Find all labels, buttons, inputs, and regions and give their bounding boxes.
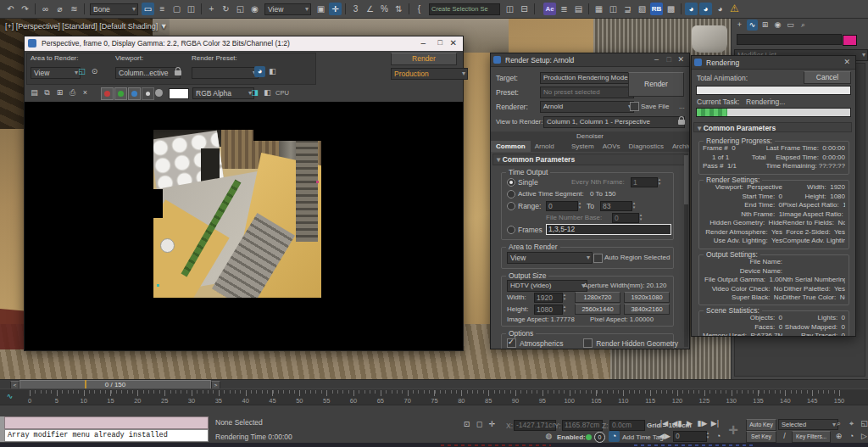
maxscript-macro-row[interactable] <box>4 416 209 429</box>
preset-2560x1440-button[interactable]: 2560x1440 <box>575 304 620 315</box>
orbit-icon[interactable]: ◔ <box>846 431 857 442</box>
key-filters-button[interactable]: Key Filters... <box>792 431 831 443</box>
rendering-titlebar[interactable]: Rendering ✕ <box>692 56 855 70</box>
preset-1280x720-button[interactable]: 1280x720 <box>575 292 620 303</box>
zoom-all-icon[interactable]: ⌖ <box>846 418 857 429</box>
green-channel-button[interactable] <box>114 87 127 100</box>
hierarchy-tab-icon[interactable]: ⊞ <box>760 20 771 31</box>
object-color-swatch[interactable] <box>843 35 857 46</box>
view-lock-icon[interactable] <box>678 120 685 125</box>
print-image-icon[interactable]: ⎙ <box>67 87 78 98</box>
view-to-render-dropdown[interactable]: Column 1, Column 1 - Perspective <box>543 116 685 128</box>
spinner-snap-icon[interactable]: ⇅ <box>392 3 405 15</box>
frames-field[interactable]: 1,3,5-12 <box>546 224 671 235</box>
select-and-link-icon[interactable]: ∞ <box>39 3 52 15</box>
rendering-rollout[interactable]: ▾ Common Parameters <box>693 122 852 132</box>
render-setup-minimize-button[interactable]: – <box>654 55 659 64</box>
range-from-field[interactable]: 0 <box>546 201 578 211</box>
range-to-spinner[interactable]: ▴▾ <box>631 201 637 209</box>
edit-region-icon[interactable]: ◱ <box>76 66 87 77</box>
file-number-base-field[interactable]: 0 <box>612 213 639 223</box>
auto-region-icon[interactable]: ⊙ <box>89 66 100 77</box>
tab-arnold-renderer[interactable]: Arnold Renderer <box>531 141 567 152</box>
clear-icon[interactable]: × <box>80 87 91 98</box>
mirror-icon[interactable]: ◫ <box>504 3 516 15</box>
key-mode-toggle-icon[interactable]: ◀▶ <box>659 431 670 442</box>
output-size-preset-dropdown[interactable]: HDTV (video) <box>507 280 587 292</box>
frame-spinner[interactable]: ▴▾ <box>704 431 711 439</box>
every-nth-spinner[interactable]: ▴▾ <box>656 177 663 185</box>
rb-render-icon[interactable]: RB <box>650 3 663 15</box>
tab-archive[interactable]: Archive <box>668 141 690 152</box>
y-coordinate-field[interactable]: 1165.87cm <box>562 420 603 431</box>
rfw-maximize-button[interactable]: □ <box>438 38 442 47</box>
tab-system[interactable]: System <box>567 141 598 152</box>
range-to-field[interactable]: 83 <box>600 201 632 211</box>
render-setup-close-button[interactable]: ✕ <box>677 55 684 64</box>
create-tab-icon[interactable]: + <box>734 20 745 31</box>
frames-radio[interactable] <box>507 226 515 234</box>
pan-icon[interactable]: ⊕ <box>833 431 844 442</box>
preset-1920x1080-button[interactable]: 1920x1080 <box>624 292 670 303</box>
set-key-button[interactable]: Set Key <box>746 431 776 443</box>
toggle-ribbon-icon[interactable]: ▤ <box>572 3 585 15</box>
time-tag-icon[interactable]: ◔ <box>609 431 620 442</box>
material-editor-icon[interactable]: ▧ <box>636 3 648 15</box>
rfw-viewport-dropdown[interactable]: Column...ective <box>115 67 181 79</box>
display-tab-icon[interactable]: ▭ <box>785 20 796 31</box>
render-teapot-icon[interactable]: ◕ <box>254 66 265 77</box>
copy-image-icon[interactable]: ⧉ <box>42 87 53 98</box>
render-setup-render-button[interactable]: Render <box>628 72 684 97</box>
x-coordinate-field[interactable]: -1427.171cm <box>514 420 556 431</box>
render-setup-titlebar[interactable]: Render Setup: Arnold – □ ✕ <box>491 53 689 67</box>
go-to-end-icon[interactable]: ▶| <box>709 418 721 429</box>
snap-toggle-3d-icon[interactable]: 3 <box>349 3 362 15</box>
blue-channel-button[interactable] <box>128 87 141 100</box>
select-object-icon[interactable]: ▭ <box>142 3 154 15</box>
save-image-icon[interactable]: ▤ <box>29 87 40 98</box>
curve-editor-icon[interactable]: ▦ <box>593 3 605 15</box>
target-dropdown[interactable]: Production Rendering Mode <box>540 72 634 84</box>
select-by-name-icon[interactable]: ≡ <box>156 3 169 15</box>
width-field[interactable]: 1920 <box>534 293 563 303</box>
reference-coordinate-dropdown[interactable]: View <box>264 3 311 15</box>
notification-count-button[interactable]: 0 <box>594 432 605 443</box>
zoom-extents-icon[interactable]: ◱ <box>859 418 868 429</box>
isolate-selection-icon[interactable]: ⊡ <box>461 419 472 430</box>
rfw-minimize-button[interactable]: – <box>420 38 426 47</box>
height-spinner[interactable]: ▴▾ <box>561 305 568 312</box>
save-file-checkbox[interactable] <box>630 102 639 111</box>
maxscript-listener-row[interactable]: Array modifier menu already installed <box>4 429 209 442</box>
every-nth-field[interactable]: 1 <box>631 177 658 187</box>
selection-set-dropdown[interactable]: Selected <box>778 419 838 430</box>
preset-3840x2160-button[interactable]: 3840x2160 <box>624 304 670 315</box>
edit-keys-pencil-icon[interactable]: / <box>779 431 790 442</box>
warning-icon[interactable]: ⚠ <box>728 3 741 15</box>
cancel-button[interactable]: Cancel <box>804 71 851 84</box>
alpha-channel-button[interactable] <box>142 87 154 100</box>
select-and-scale-icon[interactable]: ◱ <box>234 3 247 15</box>
unlink-selection-icon[interactable]: ⌀ <box>53 3 66 15</box>
layer-explorer-icon[interactable]: ≣ <box>558 3 570 15</box>
range-radio[interactable] <box>507 202 515 210</box>
tab-aovs[interactable]: AOVs <box>598 141 625 152</box>
rect-selection-region-icon[interactable]: ▢ <box>170 3 183 15</box>
render-setup-icon[interactable]: ▩ <box>665 3 677 15</box>
bind-to-space-warp-icon[interactable]: ≋ <box>68 3 81 15</box>
previous-frame-icon[interactable]: ◀▮ <box>671 418 682 429</box>
walk-through-icon[interactable]: ▷ <box>859 431 868 442</box>
range-from-spinner[interactable]: ▴▾ <box>576 201 583 209</box>
tab-common[interactable]: Common <box>491 141 531 152</box>
select-and-manipulate-icon[interactable]: ✛ <box>329 3 342 15</box>
render-mode-dropdown[interactable]: Production <box>391 68 468 80</box>
color-correct-icon[interactable]: ◧ <box>262 87 273 98</box>
viewport-label[interactable]: [+] [Perspective] [Standard] [Default Sh… <box>5 22 168 31</box>
rfw-render-button[interactable]: Render <box>391 53 457 65</box>
auto-region-checkbox[interactable] <box>593 254 603 263</box>
motion-mixer-icon[interactable]: ⊒ <box>621 3 634 15</box>
motion-tab-icon[interactable]: ◉ <box>772 20 783 31</box>
angle-snap-icon[interactable]: ∠ <box>364 3 376 15</box>
rfw-titlebar[interactable]: Perspective, frame 0, Display Gamma: 2.2… <box>25 36 463 52</box>
track-bar[interactable]: ∿ 05101520253035404550556065707580859095… <box>0 388 868 406</box>
auto-key-button[interactable]: Auto Key <box>746 419 776 431</box>
